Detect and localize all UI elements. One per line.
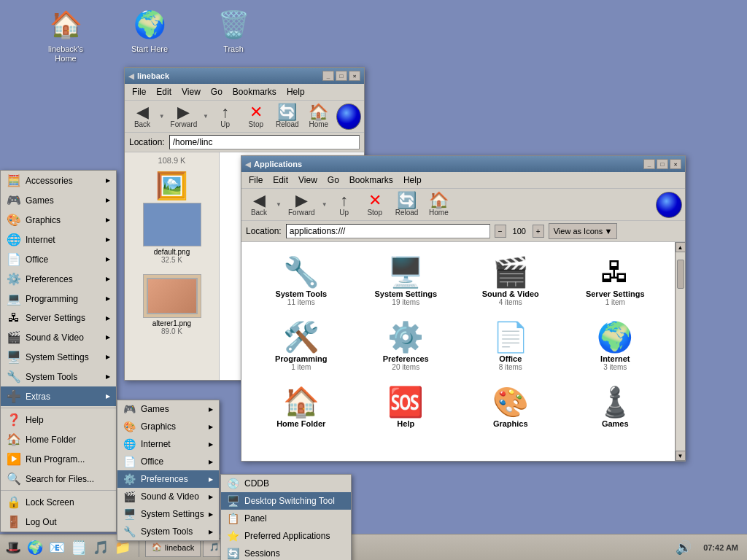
view-mode-button[interactable]: View as Icons ▼	[549, 223, 618, 239]
desktop-icon-trash[interactable]: 🗑️ Trash	[204, 7, 263, 54]
icon-internet[interactable]: 🌍 Internet 3 items	[567, 318, 665, 376]
sm-item-programming[interactable]: 💻 Programming ▶	[1, 289, 116, 308]
minimize-button[interactable]: _	[322, 71, 334, 81]
icon-system-settings[interactable]: 🖥️ System Settings 19 items	[357, 253, 455, 311]
home-button[interactable]: 🏠 Home	[304, 103, 333, 130]
app-menu-file[interactable]: File	[244, 174, 267, 187]
icon-office[interactable]: 📄 Office 8 items	[462, 318, 560, 376]
extras-system-settings[interactable]: 🖥️ System Settings ▶	[117, 505, 219, 523]
app-menu-help[interactable]: Help	[399, 174, 426, 187]
app-reload-button[interactable]: 🔄 Reload	[391, 191, 423, 218]
scroll-down-button[interactable]: ▼	[676, 451, 686, 461]
taskbar-volume-icon[interactable]: 🔊	[673, 540, 694, 556]
menu-edit[interactable]: Edit	[152, 85, 176, 98]
icon-games[interactable]: ♟️ Games	[567, 383, 665, 432]
close-button[interactable]: ×	[349, 71, 360, 81]
location-input[interactable]	[169, 135, 360, 149]
forward-dropdown[interactable]: ▼	[202, 108, 209, 125]
sm-item-help[interactable]: ❓ Help	[1, 410, 116, 429]
lineback-titlebar[interactable]: ◀ lineback _ □ ×	[125, 68, 364, 84]
icon-system-tools[interactable]: 🔧 System Tools 11 items	[252, 253, 350, 311]
reload-button[interactable]: 🔄 Reload	[272, 103, 303, 130]
vertical-scrollbar[interactable]: ▲ ▼	[675, 242, 685, 461]
sm-item-lock[interactable]: 🔒 Lock Screen	[1, 492, 116, 512]
scroll-up-button[interactable]: ▲	[676, 242, 686, 252]
menu-go[interactable]: Go	[206, 85, 227, 98]
extras-sound-video[interactable]: 🎬 Sound & Video ▶	[117, 488, 219, 505]
extras-system-tools[interactable]: 🔧 System Tools ▶	[117, 523, 219, 540]
back-button[interactable]: ◀ Back	[128, 103, 157, 130]
pref-preferred-apps[interactable]: ⭐ Preferred Applications	[221, 527, 351, 545]
extras-office[interactable]: 📄 Office ▶	[117, 453, 219, 470]
extras-games[interactable]: 🎮 Games ▶	[117, 400, 219, 418]
extras-graphics[interactable]: 🎨 Graphics ▶	[117, 418, 219, 435]
desktop-icon-starthere[interactable]: 🌍 Start Here	[120, 7, 179, 54]
menu-file[interactable]: File	[128, 85, 150, 98]
extras-internet[interactable]: 🌐 Internet ▶	[117, 435, 219, 453]
panel-file-default[interactable]: 🖼️ default.png 32.5 K	[128, 168, 215, 267]
icon-sound-video[interactable]: 🎬 Sound & Video 4 items	[462, 253, 560, 311]
sm-item-preferences[interactable]: ⚙️ Preferences ▶	[1, 269, 116, 289]
zoom-plus-button[interactable]: +	[533, 225, 544, 238]
icon-programming[interactable]: 🛠️ Programming 1 item	[252, 318, 350, 376]
icon-preferences[interactable]: ⚙️ Preferences 20 items	[357, 318, 455, 376]
app-menu-go[interactable]: Go	[323, 174, 344, 187]
app-up-button[interactable]: ↑ Up	[330, 191, 359, 218]
menu-bookmarks[interactable]: Bookmarks	[228, 85, 281, 98]
icon-graphics[interactable]: 🎨 Graphics	[462, 383, 560, 432]
app-stop-button[interactable]: ✕ Stop	[360, 191, 390, 218]
panel-file-alterer[interactable]: alterer1.png 89.0 K	[128, 270, 215, 338]
app-home-button[interactable]: 🏠 Home	[424, 191, 453, 218]
app-maximize-button[interactable]: □	[657, 159, 668, 169]
menu-view[interactable]: View	[177, 85, 205, 98]
taskbar-icon-notes[interactable]: 🗒️	[69, 537, 89, 558]
app-forward-button[interactable]: ▶ Forward	[284, 191, 320, 218]
back-dropdown[interactable]: ▼	[158, 108, 165, 125]
pref-cddb[interactable]: 💿 CDDB	[221, 475, 351, 492]
sm-item-extras[interactable]: ➕ Extras ▶	[1, 386, 116, 406]
app-minimize-button[interactable]: _	[643, 159, 655, 169]
taskbar-icon-hat[interactable]: 🎩	[3, 537, 23, 558]
applications-titlebar[interactable]: ◀ Applications _ □ ×	[241, 156, 685, 172]
sm-item-server-settings[interactable]: 🖧 Server Settings ▶	[1, 308, 116, 327]
app-menu-view[interactable]: View	[294, 174, 322, 187]
sm-item-logout[interactable]: 🚪 Log Out	[1, 512, 116, 532]
forward-button[interactable]: ▶ Forward	[166, 103, 201, 130]
scroll-thumb[interactable]	[677, 260, 684, 289]
sm-item-system-settings[interactable]: 🖥️ System Settings ▶	[1, 347, 116, 367]
taskbar-icon-music[interactable]: 🎵	[90, 537, 111, 558]
app-back-dropdown[interactable]: ▼	[275, 196, 282, 214]
sm-item-sound-video[interactable]: 🎬 Sound & Video ▶	[1, 327, 116, 347]
sm-item-office[interactable]: 📄 Office ▶	[1, 249, 116, 269]
pref-panel[interactable]: 📋 Panel	[221, 510, 351, 527]
sm-item-system-tools[interactable]: 🔧 System Tools ▶	[1, 367, 116, 386]
zoom-minus-button[interactable]: −	[495, 225, 506, 238]
up-button[interactable]: ↑ Up	[211, 103, 240, 130]
sm-item-graphics[interactable]: 🎨 Graphics ▶	[1, 210, 116, 230]
app-location-input[interactable]	[286, 224, 490, 238]
extras-preferences[interactable]: ⚙️ Preferences ▶	[117, 470, 219, 488]
icon-help[interactable]: 🆘 Help	[357, 383, 455, 432]
app-close-button[interactable]: ×	[670, 159, 681, 169]
app-back-button[interactable]: ◀ Back	[244, 191, 274, 218]
icon-home-folder[interactable]: 🏠 Home Folder	[252, 383, 350, 432]
sm-item-games[interactable]: 🎮 Games ▶	[1, 190, 116, 210]
sm-item-search[interactable]: 🔍 Search for Files...	[1, 469, 116, 489]
app-menu-edit[interactable]: Edit	[268, 174, 293, 187]
stop-button[interactable]: ✕ Stop	[241, 103, 271, 130]
sm-item-accessories[interactable]: 🧮 Accessories ▶	[1, 171, 116, 190]
desktop-icon-home[interactable]: 🏠 lineback's Home	[36, 7, 95, 63]
app-menu-bookmarks[interactable]: Bookmarks	[345, 174, 398, 187]
scroll-track[interactable]	[676, 252, 685, 451]
taskbar-icon-mail[interactable]: 📧	[47, 537, 67, 558]
menu-help[interactable]: Help	[282, 85, 309, 98]
pref-sessions[interactable]: 🔄 Sessions	[221, 545, 351, 560]
maximize-button[interactable]: □	[336, 71, 347, 81]
icon-server-settings[interactable]: 🖧 Server Settings 1 item	[567, 253, 665, 311]
sm-item-internet[interactable]: 🌐 Internet ▶	[1, 230, 116, 249]
sm-item-run[interactable]: ▶️ Run Program...	[1, 449, 116, 469]
app-forward-dropdown[interactable]: ▼	[321, 196, 328, 214]
pref-desktop-switching[interactable]: 🖥️ Desktop Switching Tool	[221, 492, 351, 510]
taskbar-icon-globe[interactable]: 🌍	[25, 537, 45, 558]
sm-item-home-folder[interactable]: 🏠 Home Folder	[1, 429, 116, 449]
